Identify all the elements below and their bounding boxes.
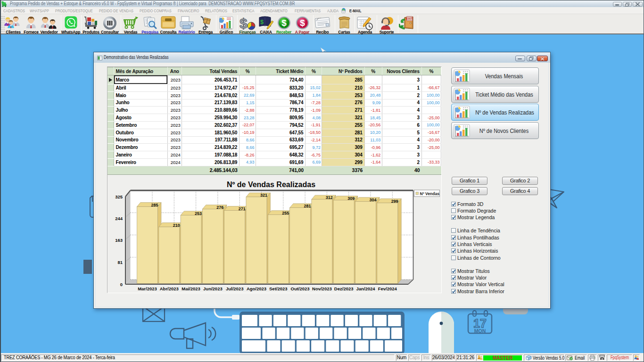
svg-text:325: 325 (115, 194, 123, 199)
svg-text:244: 244 (115, 216, 123, 221)
svg-text:81: 81 (117, 260, 123, 265)
svg-text:Mai/2023: Mai/2023 (182, 286, 200, 291)
svg-text:Nº de Vendas Realizadas: Nº de Vendas Realizadas (227, 181, 315, 189)
svg-text:312: 312 (326, 195, 333, 200)
svg-text:299: 299 (391, 199, 398, 204)
svg-text:Fev/2024: Fev/2024 (378, 286, 397, 291)
svg-text:Jan/2024: Jan/2024 (356, 286, 375, 291)
svg-text:$: $ (281, 18, 287, 28)
svg-text:Mar/2023: Mar/2023 (138, 286, 157, 291)
svg-text:Nov/2023: Nov/2023 (312, 286, 332, 291)
svg-text:Abr/2023: Abr/2023 (160, 286, 179, 291)
svg-text:309: 309 (347, 196, 355, 201)
svg-text:Nº Vendas: Nº Vendas (420, 191, 440, 196)
svg-text:255: 255 (282, 211, 289, 215)
svg-text:Dez/2023: Dez/2023 (334, 286, 354, 291)
svg-text:$: $ (300, 18, 305, 28)
svg-text:MON: MON (474, 328, 486, 334)
svg-text:276: 276 (216, 205, 223, 210)
svg-text:321: 321 (260, 193, 267, 197)
svg-text:EXIT: EXIT (406, 17, 413, 20)
svg-text:163: 163 (115, 238, 123, 243)
svg-text:Jul/2023: Jul/2023 (226, 286, 244, 291)
svg-text:0: 0 (120, 282, 123, 287)
svg-text:Ago/2023: Ago/2023 (247, 286, 266, 291)
svg-text:$: $ (260, 18, 264, 25)
svg-text:Set/2023: Set/2023 (269, 286, 288, 291)
svg-text:304: 304 (369, 197, 376, 202)
svg-text:253: 253 (195, 211, 202, 216)
svg-text:281: 281 (304, 204, 311, 208)
svg-text:$: $ (239, 16, 248, 30)
svg-text:Jun/2023: Jun/2023 (203, 286, 223, 291)
svg-text:271: 271 (239, 206, 246, 211)
svg-text:Out/2023: Out/2023 (291, 286, 310, 291)
svg-text:285: 285 (151, 203, 158, 207)
svg-text:210: 210 (173, 223, 180, 228)
